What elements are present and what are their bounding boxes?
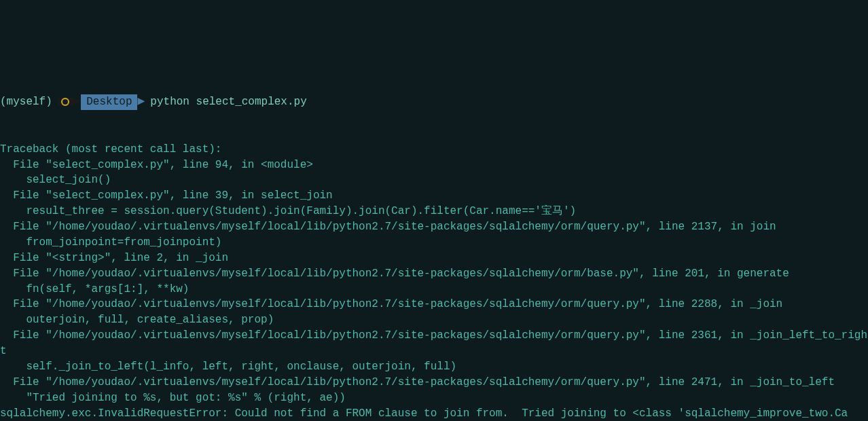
command-text: python select_complex.py bbox=[150, 94, 306, 110]
arrow-separator-icon: ▶ bbox=[137, 93, 145, 111]
traceback-line: select_join() bbox=[0, 174, 111, 186]
traceback-header: Traceback (most recent call last): bbox=[0, 143, 221, 155]
terminal-window[interactable]: (myself) ▶Desktop▶python select_complex.… bbox=[0, 62, 868, 422]
arrow-separator-icon: ▶ bbox=[73, 93, 81, 111]
git-circle-icon bbox=[61, 98, 69, 106]
traceback-line: result_three = session.query(Student).jo… bbox=[0, 205, 576, 217]
env-name: (myself) bbox=[0, 94, 52, 110]
traceback-line: outerjoin, full, create_aliases, prop) bbox=[0, 314, 274, 326]
traceback-line: File "/home/youdao/.virtualenvs/myself/l… bbox=[0, 268, 789, 280]
traceback-line: from_joinpoint=from_joinpoint) bbox=[0, 236, 221, 249]
traceback-line: File "select_complex.py", line 94, in <m… bbox=[0, 159, 313, 171]
traceback-line: File "<string>", line 2, in _join bbox=[0, 252, 228, 264]
traceback-error-line: sqlalchemy.exc.InvalidRequestError: Coul… bbox=[0, 407, 867, 421]
directory-segment: Desktop bbox=[81, 94, 137, 110]
prompt-line-1: (myself) ▶Desktop▶python select_complex.… bbox=[0, 93, 868, 111]
traceback-line: self._join_to_left(l_info, left, right, … bbox=[0, 361, 456, 373]
traceback-line: File "/home/youdao/.virtualenvs/myself/l… bbox=[0, 298, 782, 310]
traceback-line: fn(self, *args[1:], **kw) bbox=[0, 283, 189, 295]
traceback-output: Traceback (most recent call last): File … bbox=[0, 142, 868, 421]
traceback-line: "Tried joining to %s, but got: %s" % (ri… bbox=[0, 392, 346, 404]
traceback-line: File "select_complex.py", line 39, in se… bbox=[0, 189, 333, 202]
git-status-segment bbox=[58, 98, 73, 106]
traceback-line: File "/home/youdao/.virtualenvs/myself/l… bbox=[0, 221, 776, 233]
traceback-line: File "/home/youdao/.virtualenvs/myself/l… bbox=[0, 329, 867, 357]
traceback-line: File "/home/youdao/.virtualenvs/myself/l… bbox=[0, 376, 835, 388]
